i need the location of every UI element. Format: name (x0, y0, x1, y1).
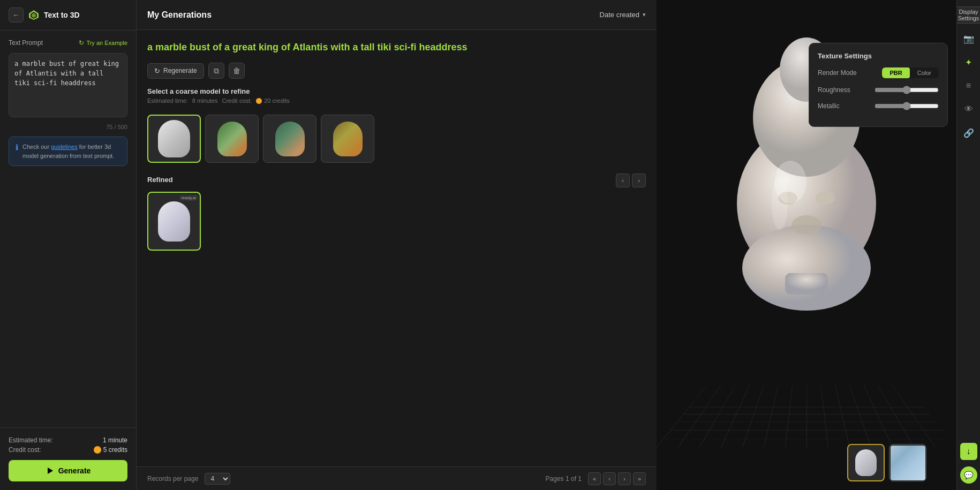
color-button[interactable]: Color (910, 67, 939, 78)
prompt-label-row: Text Prompt ↻ Try an Example (9, 39, 127, 47)
roughness-slider[interactable] (875, 86, 939, 94)
try-example-link[interactable]: ↻ Try an Example (79, 39, 127, 47)
download-icon: ↓ (967, 447, 971, 456)
refined-nav: ‹ › (616, 174, 646, 187)
refined-badge: ready.ai (179, 195, 198, 201)
refined-section: Refined ‹ › ready.ai (147, 174, 646, 251)
refined-title: Refined (147, 176, 173, 184)
model-card-2[interactable] (205, 115, 259, 163)
nav-next-button[interactable]: › (632, 174, 646, 187)
credit-cost-value: 20 credits (264, 97, 290, 104)
settings-button[interactable]: ✦ (960, 54, 977, 71)
model-card-1-inner (148, 116, 200, 162)
coin-icon (94, 446, 101, 454)
model-thumb-1 (158, 120, 190, 157)
estimated-label: Estimated time: (9, 436, 53, 444)
prompt-textarea[interactable]: a marble bust of great king of Atlantis … (9, 53, 127, 117)
sidebar-header: ← Text to 3D (0, 0, 136, 31)
app-title: Text to 3D (44, 11, 80, 19)
page-prev-button[interactable]: ‹ (603, 472, 616, 485)
grid-floor (657, 385, 956, 447)
back-button[interactable]: ← (9, 7, 24, 22)
page-next-button[interactable]: › (618, 472, 631, 485)
delete-icon: 🗑 (233, 66, 240, 75)
texture-settings-panel: Texture Settings Render Mode PBR Color R… (809, 43, 948, 127)
generate-icon (46, 466, 54, 475)
page-first-button[interactable]: « (588, 472, 601, 485)
svg-point-12 (772, 177, 788, 230)
bottom-thumb-1[interactable] (847, 444, 885, 481)
metallic-row: Metallic (818, 102, 939, 110)
svg-marker-3 (48, 468, 53, 474)
models-grid (147, 115, 646, 163)
info-box: ℹ Check our guidelines for better 3d mod… (9, 137, 127, 166)
char-count: 75 / 500 (9, 124, 127, 130)
metallic-slider[interactable] (875, 102, 939, 110)
svg-point-10 (791, 215, 821, 235)
svg-rect-13 (785, 273, 828, 295)
credit-value: 5 credits (94, 446, 127, 454)
svg-point-9 (816, 192, 835, 205)
credit-amount: 5 credits (103, 446, 127, 454)
render-mode-buttons: PBR Color (882, 67, 939, 78)
info-icon: ℹ (16, 143, 18, 152)
content-area: a marble bust of a great king of Atlanti… (137, 30, 657, 466)
download-button[interactable]: ↓ (960, 443, 977, 460)
back-icon: ← (12, 11, 20, 19)
model-card-3[interactable] (263, 115, 316, 163)
thumb-texture-icon (891, 446, 925, 480)
action-bar: ↻ Regenerate ⧉ 🗑 (147, 63, 646, 79)
nav-prev-button[interactable]: ‹ (616, 174, 630, 187)
chat-icon: 💬 (964, 471, 973, 479)
estimated-time-label: Estimated time: (147, 97, 188, 104)
bottom-thumbnails (847, 444, 926, 481)
coarse-section-title: Select a coarse model to refine (147, 87, 646, 95)
viewer-canvas[interactable]: Texture Settings Render Mode PBR Color R… (657, 0, 956, 490)
refined-card-1[interactable]: ready.ai (147, 192, 201, 251)
model-card-4[interactable] (321, 115, 374, 163)
page-title: My Generations (147, 10, 212, 20)
roughness-row: Roughness (818, 86, 939, 94)
model-card-1[interactable] (147, 115, 201, 163)
records-label: Records per page (147, 475, 198, 483)
records-select[interactable]: 4 8 16 (205, 473, 230, 485)
sidebar: ← Text to 3D Text Prompt ↻ Try an Exampl… (0, 0, 137, 490)
link-button[interactable]: 🔗 (960, 124, 977, 141)
model-card-4-inner (321, 115, 374, 162)
display-settings-button[interactable]: Display Settings (953, 6, 980, 24)
pagination: Records per page 4 8 16 Pages 1 of 1 « ‹… (137, 466, 657, 490)
estimated-row: Estimated time: 1 minute (9, 436, 127, 444)
page-last-button[interactable]: » (633, 472, 646, 485)
sort-button[interactable]: Date created ▾ (600, 11, 646, 19)
bottom-thumb-2[interactable] (889, 444, 926, 481)
refined-bust-thumb (158, 201, 190, 242)
layers-button[interactable]: ≡ (960, 77, 977, 94)
page-info: Pages 1 of 1 (546, 475, 582, 483)
generate-label: Generate (58, 466, 91, 475)
main-panel: My Generations Date created ▾ a marble b… (137, 0, 657, 490)
screenshot-icon: 📷 (963, 34, 974, 44)
coarse-section-meta: Estimated time: 8 minutes Credit cost: 2… (147, 97, 646, 104)
refresh-icon: ↻ (79, 39, 84, 47)
delete-button[interactable]: 🗑 (229, 63, 245, 79)
screenshot-button[interactable]: 📷 (960, 30, 977, 47)
coarse-section-header: Select a coarse model to refine Estimate… (147, 87, 646, 104)
viewer-panel: Texture Settings Render Mode PBR Color R… (657, 0, 956, 490)
layers-icon: ≡ (966, 81, 971, 91)
refined-card-inner (148, 193, 200, 250)
metallic-label: Metallic (818, 102, 840, 110)
credit-row: Credit cost: 5 credits (9, 446, 127, 454)
regenerate-icon: ↻ (154, 67, 160, 75)
page-separator: of (571, 475, 578, 483)
render-mode-row: Render Mode PBR Color (818, 67, 939, 78)
current-page: 1 (566, 475, 569, 483)
copy-button[interactable]: ⧉ (208, 63, 224, 79)
eye-button[interactable]: 👁 (960, 101, 977, 118)
generate-button[interactable]: Generate (9, 460, 127, 481)
regenerate-button[interactable]: ↻ Regenerate (147, 63, 204, 79)
credit-cost-badge: 20 credits (256, 97, 290, 104)
total-pages: 1 (578, 475, 582, 483)
chat-bubble[interactable]: 💬 (960, 466, 977, 484)
pbr-button[interactable]: PBR (882, 67, 909, 78)
guidelines-link[interactable]: guidelines (51, 144, 78, 150)
